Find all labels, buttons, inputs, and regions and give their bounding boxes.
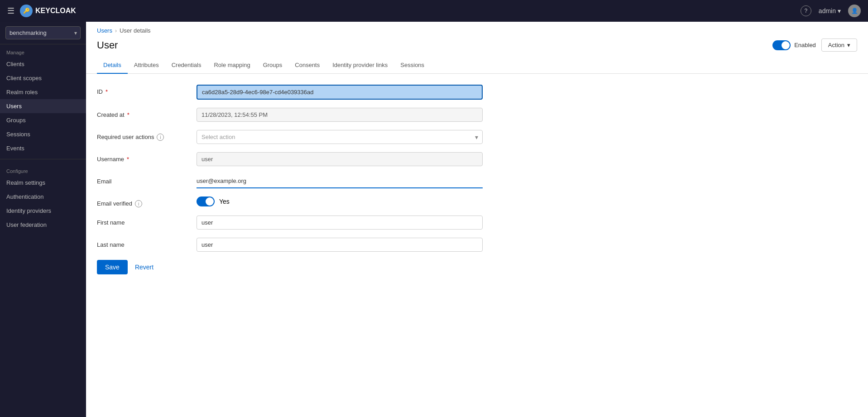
page-title: User — [97, 39, 118, 51]
required-actions-select-wrapper: Select action ▾ — [197, 130, 483, 144]
navbar: ☰ 🔑 KEYCLOAK ? admin ▾ 👤 — [0, 0, 868, 22]
email-verified-value: Yes — [219, 198, 230, 205]
configure-section-label: Configure — [0, 163, 86, 176]
email-verified-info-icon[interactable]: i — [135, 200, 142, 207]
username-input[interactable] — [197, 152, 483, 166]
email-row: Email — [97, 174, 483, 188]
email-verified-toggle[interactable] — [197, 197, 215, 206]
created-at-required-star: * — [127, 111, 129, 118]
last-name-input[interactable] — [197, 238, 483, 252]
tab-attributes[interactable]: Attributes — [128, 57, 165, 74]
admin-dropdown[interactable]: admin ▾ — [819, 7, 841, 14]
sidebar-item-sessions[interactable]: Sessions — [0, 127, 86, 141]
sidebar-item-realm-settings[interactable]: Realm settings — [0, 176, 86, 190]
email-verified-label: Email verified i — [97, 197, 197, 207]
help-icon[interactable]: ? — [801, 5, 811, 16]
id-required-star: * — [106, 88, 108, 95]
tab-groups[interactable]: Groups — [257, 57, 289, 74]
created-at-label: Created at * — [97, 108, 197, 118]
created-at-row: Created at * — [97, 108, 483, 122]
enabled-toggle-area: Enabled — [772, 40, 816, 50]
admin-label: admin — [819, 7, 836, 14]
logo-icon: 🔑 — [20, 5, 33, 17]
last-name-row: Last name — [97, 238, 483, 252]
required-actions-label: Required user actions i — [97, 130, 197, 141]
enabled-toggle[interactable] — [772, 40, 791, 50]
first-name-input-area — [197, 216, 483, 230]
avatar[interactable]: 👤 — [848, 5, 861, 17]
email-verified-toggle-row: Yes — [197, 197, 483, 206]
save-button[interactable]: Save — [97, 260, 128, 274]
username-row: Username * — [97, 152, 483, 166]
logo-text: KEYCLOAK — [35, 7, 76, 15]
tab-sessions[interactable]: Sessions — [394, 57, 431, 74]
tab-details[interactable]: Details — [97, 57, 128, 74]
breadcrumb: Users › User details — [86, 22, 868, 37]
required-actions-control: Select action ▾ — [197, 130, 483, 144]
first-name-row: First name — [97, 216, 483, 230]
first-name-input[interactable] — [197, 216, 483, 230]
tab-credentials[interactable]: Credentials — [165, 57, 208, 74]
revert-button[interactable]: Revert — [133, 260, 155, 274]
tab-identity-provider-links[interactable]: Identity provider links — [326, 57, 394, 74]
breadcrumb-separator: › — [115, 28, 117, 34]
realm-selector[interactable]: benchmarking — [0, 22, 86, 44]
last-name-label: Last name — [97, 238, 197, 248]
admin-arrow-icon: ▾ — [838, 7, 841, 14]
sidebar-item-groups[interactable]: Groups — [0, 113, 86, 127]
breadcrumb-parent[interactable]: Users — [97, 27, 112, 34]
sidebar-item-realm-roles[interactable]: Realm roles — [0, 85, 86, 99]
id-label: ID * — [97, 85, 197, 95]
sidebar-item-users[interactable]: Users — [0, 99, 86, 113]
sidebar-item-user-federation[interactable]: User federation — [0, 218, 86, 232]
tab-role-mapping[interactable]: Role mapping — [207, 57, 256, 74]
tabs-bar: Details Attributes Credentials Role mapp… — [86, 57, 868, 74]
created-at-input — [197, 108, 483, 122]
realm-select[interactable]: benchmarking — [5, 26, 81, 39]
username-label: Username * — [97, 152, 197, 163]
sidebar-item-identity-providers[interactable]: Identity providers — [0, 204, 86, 218]
breadcrumb-current: User details — [120, 27, 151, 34]
page-header-actions: Enabled Action ▾ — [772, 38, 857, 52]
required-actions-row: Required user actions i Select action ▾ — [97, 130, 483, 144]
action-button[interactable]: Action ▾ — [821, 38, 857, 52]
required-actions-info-icon[interactable]: i — [157, 134, 164, 141]
email-verified-row: Email verified i Yes — [97, 197, 483, 207]
id-field-row: ID * — [97, 85, 483, 100]
id-input[interactable] — [197, 85, 483, 100]
action-arrow-icon: ▾ — [847, 42, 850, 48]
created-at-input-area — [197, 108, 483, 122]
email-verified-control: Yes — [197, 197, 483, 206]
form-area: ID * Created at * Requ — [86, 74, 494, 285]
id-input-area — [197, 85, 483, 100]
form-buttons: Save Revert — [97, 260, 483, 274]
content-area: Users › User details User Enabled Action… — [86, 22, 868, 417]
sidebar-item-events[interactable]: Events — [0, 141, 86, 155]
action-button-label: Action — [828, 42, 844, 48]
sidebar-item-clients[interactable]: Clients — [0, 57, 86, 71]
sidebar: benchmarking Manage Clients Client scope… — [0, 22, 86, 417]
sidebar-item-client-scopes[interactable]: Client scopes — [0, 71, 86, 85]
email-label: Email — [97, 174, 197, 185]
sidebar-item-authentication[interactable]: Authentication — [0, 190, 86, 204]
username-required-star: * — [127, 156, 129, 163]
tab-consents[interactable]: Consents — [288, 57, 326, 74]
manage-section-label: Manage — [0, 44, 86, 57]
first-name-label: First name — [97, 216, 197, 226]
last-name-input-area — [197, 238, 483, 252]
username-input-area — [197, 152, 483, 166]
menu-icon[interactable]: ☰ — [7, 6, 14, 16]
keycloak-logo: 🔑 KEYCLOAK — [20, 5, 76, 17]
email-input[interactable] — [197, 174, 483, 188]
email-input-area — [197, 174, 483, 188]
required-actions-select[interactable]: Select action — [197, 130, 483, 144]
page-header: User Enabled Action ▾ — [86, 37, 868, 57]
enabled-label: Enabled — [794, 42, 816, 48]
